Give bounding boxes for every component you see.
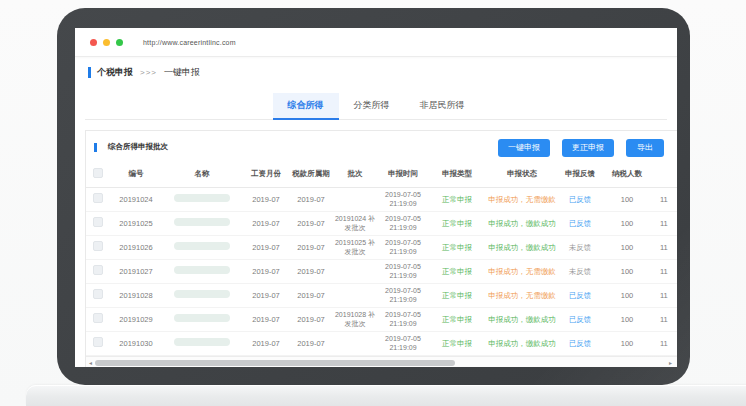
cell-filing-status: 申报成功，无需缴款	[486, 260, 558, 284]
cell-filing-feedback[interactable]: 已反馈	[558, 308, 602, 332]
column-header: 工资月份	[242, 161, 290, 188]
monitor-bezel: http://www.careerintlinc.com 个税申报 >>> 一键…	[57, 8, 690, 385]
table-row: 201910282019-072019-072019-07-05 21:19:0…	[86, 284, 677, 308]
browser-window: http://www.careerintlinc.com 个税申报 >>> 一键…	[75, 28, 677, 367]
cell-filing-feedback[interactable]: 已反馈	[558, 332, 602, 356]
cell-filing-time: 2019-07-05 21:19:09	[378, 188, 428, 212]
laptop-base	[26, 385, 746, 406]
name-placeholder	[174, 242, 230, 250]
cell-filing-status: 申报成功，缴款成功	[486, 332, 558, 356]
tabs: 综合所得分类所得非居民所得	[273, 93, 480, 119]
column-header: 税款所属期	[290, 161, 332, 188]
panel-title: 综合所得申报批次	[108, 142, 168, 152]
cell-taxpayer-count: 100	[602, 332, 652, 356]
correction-filing-button[interactable]: 更正申报	[562, 139, 614, 157]
cell-filing-feedback[interactable]: 已反馈	[558, 212, 602, 236]
row-checkbox[interactable]	[93, 217, 103, 227]
row-checkbox[interactable]	[93, 193, 103, 203]
column-header: 申报状态	[486, 161, 558, 188]
one-click-filing-button[interactable]: 一键申报	[498, 139, 550, 157]
panel-actions: 一键申报更正申报导出	[498, 139, 664, 157]
breadcrumb-separator: >>>	[140, 68, 157, 77]
name-placeholder	[174, 290, 230, 298]
cell-filing-time: 2019-07-05 21:19:09	[378, 332, 428, 356]
cell-batch	[332, 260, 378, 284]
cell-select	[86, 332, 110, 356]
export-button[interactable]: 导出	[626, 139, 664, 157]
accent-bar-icon	[94, 143, 97, 152]
cell-filing-type: 正常申报	[428, 260, 486, 284]
tabs-bar: 综合所得分类所得非居民所得	[85, 93, 667, 120]
name-placeholder	[174, 218, 230, 226]
cell-filing-feedback[interactable]: 已反馈	[558, 188, 602, 212]
cell-batch: 20191024 补发批次	[332, 212, 378, 236]
cell-batch: 20191025 补发批次	[332, 236, 378, 260]
cell-filing-time: 2019-07-05 21:19:09	[378, 212, 428, 236]
cell-tax-period: 2019-07	[290, 332, 332, 356]
cell-id: 20191025	[110, 212, 162, 236]
select-all-checkbox[interactable]	[93, 168, 103, 178]
cell-id: 20191024	[110, 188, 162, 212]
name-placeholder	[174, 194, 230, 202]
cell-filing-feedback[interactable]: 已反馈	[558, 284, 602, 308]
column-header: 申报反馈	[558, 161, 602, 188]
row-checkbox[interactable]	[93, 265, 103, 275]
cell-tax-period: 2019-07	[290, 260, 332, 284]
cell-filing-status: 申报成功，缴款成功	[486, 308, 558, 332]
window-maximize-icon[interactable]	[116, 39, 123, 46]
row-checkbox[interactable]	[93, 289, 103, 299]
cell-id: 20191030	[110, 332, 162, 356]
cell-salary-month: 2019-07	[242, 188, 290, 212]
cell-salary-month: 2019-07	[242, 332, 290, 356]
cell-tax-period: 2019-07	[290, 212, 332, 236]
tab-classified-income[interactable]: 分类所得	[339, 93, 405, 120]
window-minimize-icon[interactable]	[103, 39, 110, 46]
cell-name	[162, 332, 242, 356]
cell-batch	[332, 188, 378, 212]
tab-comprehensive-income[interactable]: 综合所得	[273, 93, 339, 120]
breadcrumb-section: 个税申报	[97, 66, 133, 79]
cell-filing-type: 正常申报	[428, 188, 486, 212]
scroll-left-icon[interactable]: ◂	[89, 358, 92, 367]
cell-taxpayer-count: 100	[602, 260, 652, 284]
window-close-icon[interactable]	[90, 39, 97, 46]
cell-filing-type: 正常申报	[428, 212, 486, 236]
accent-bar-icon	[88, 67, 91, 78]
row-checkbox[interactable]	[93, 313, 103, 323]
row-checkbox[interactable]	[93, 241, 103, 251]
cell-filing-type: 正常申报	[428, 284, 486, 308]
cell-batch	[332, 284, 378, 308]
horizontal-scrollbar[interactable]: ◂ ▸	[86, 356, 677, 367]
cell-select	[86, 284, 110, 308]
scrollbar-thumb[interactable]	[95, 360, 455, 366]
cell-id: 20191029	[110, 308, 162, 332]
cell-tax-period: 2019-07	[290, 188, 332, 212]
cell-name	[162, 308, 242, 332]
cell-amount: 11	[652, 284, 677, 308]
cell-filing-time: 2019-07-05 21:19:09	[378, 236, 428, 260]
cell-id: 20191028	[110, 284, 162, 308]
cell-batch: 20191028 补发批次	[332, 308, 378, 332]
cell-tax-period: 2019-07	[290, 236, 332, 260]
cell-batch	[332, 332, 378, 356]
desktop-background: http://www.careerintlinc.com 个税申报 >>> 一键…	[0, 0, 746, 406]
cell-filing-status: 申报成功，无需缴款	[486, 284, 558, 308]
tab-nonresident-income[interactable]: 非居民所得	[405, 93, 480, 120]
column-header	[652, 161, 677, 188]
table-header-row: 编号名称工资月份税款所属期批次申报时间申报类型申报状态申报反馈纳税人数	[86, 161, 677, 188]
select-all-header	[86, 161, 110, 188]
cell-filing-feedback: 未反馈	[558, 260, 602, 284]
cell-amount: 11	[652, 260, 677, 284]
cell-select	[86, 308, 110, 332]
column-header: 批次	[332, 161, 378, 188]
scroll-right-icon[interactable]: ▸	[669, 358, 672, 367]
table-row: 201910272019-072019-072019-07-05 21:19:0…	[86, 260, 677, 284]
cell-name	[162, 212, 242, 236]
cell-taxpayer-count: 100	[602, 308, 652, 332]
name-placeholder	[174, 314, 230, 322]
row-checkbox[interactable]	[93, 337, 103, 347]
cell-select	[86, 212, 110, 236]
cell-filing-type: 正常申报	[428, 308, 486, 332]
address-bar[interactable]: http://www.careerintlinc.com	[143, 39, 236, 46]
cell-amount: 11	[652, 332, 677, 356]
